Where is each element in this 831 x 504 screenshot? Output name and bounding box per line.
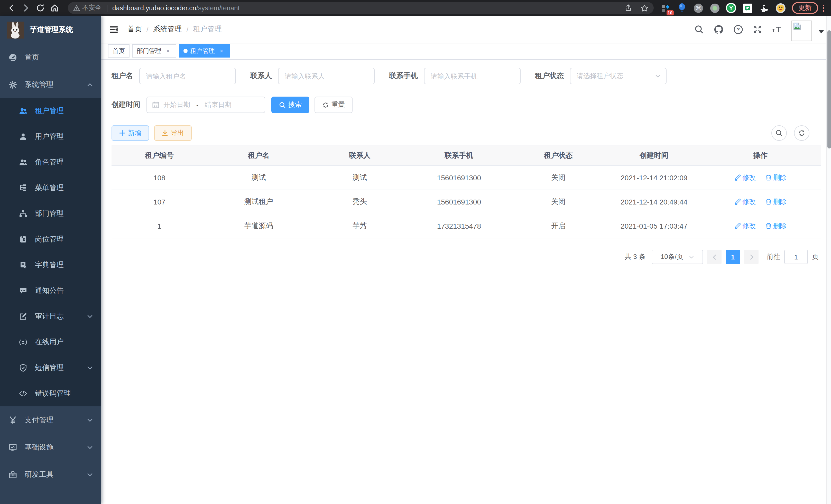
column-header: 创建时间 xyxy=(608,151,700,160)
create-time-range-picker[interactable]: 开始日期 - 结束日期 xyxy=(146,97,265,113)
phone-input[interactable] xyxy=(424,68,521,84)
edit-link[interactable]: 修改 xyxy=(734,197,756,207)
sidebar-item-menu[interactable]: 菜单管理 xyxy=(0,175,101,201)
extension-badge: 10 xyxy=(666,10,674,16)
contact-label: 联系人 xyxy=(250,71,272,81)
extension-command-icon[interactable]: ⌘ xyxy=(693,3,704,13)
pen-icon xyxy=(734,223,741,229)
toggle-search-button[interactable] xyxy=(771,125,787,141)
browser-forward-icon[interactable] xyxy=(19,1,33,14)
browser-back-icon[interactable] xyxy=(4,1,19,14)
sidebar-item-errcode[interactable]: 错误码管理 xyxy=(0,381,101,406)
prev-page-button[interactable] xyxy=(707,250,721,264)
share-icon[interactable] xyxy=(624,4,632,12)
security-warning-icon xyxy=(73,4,80,11)
broken-image-icon xyxy=(793,22,801,30)
tenant-name-input[interactable] xyxy=(139,68,236,84)
extension-yudao-icon[interactable]: Y xyxy=(726,3,737,13)
status-text: 关闭 xyxy=(509,173,608,182)
tab-dept[interactable]: 部门管理 × xyxy=(132,44,176,58)
sidebar-item-tenant[interactable]: 租户管理 xyxy=(0,98,101,124)
column-header: 联系人 xyxy=(310,151,409,160)
extension-emoji-icon[interactable] xyxy=(775,3,786,13)
github-icon[interactable] xyxy=(712,23,725,35)
export-button[interactable]: 导出 xyxy=(154,125,192,141)
chevron-down-icon xyxy=(87,417,93,423)
column-header: 操作 xyxy=(700,151,821,160)
edit-link[interactable]: 修改 xyxy=(734,173,756,182)
bookmark-star-icon[interactable] xyxy=(640,4,649,12)
table-row: 108 测试 测试 15601691300 关闭 2021-12-14 21:0… xyxy=(112,166,821,190)
next-page-button[interactable] xyxy=(744,250,758,264)
scrollbar-thumb[interactable] xyxy=(827,30,831,148)
breadcrumb-home[interactable]: 首页 xyxy=(127,25,142,34)
tags-view-bar: 首页 部门管理 × 租户管理 × xyxy=(101,42,831,60)
tab-home[interactable]: 首页 xyxy=(108,44,130,58)
browser-update-button[interactable]: 更新 xyxy=(792,2,818,14)
svg-text:Y: Y xyxy=(729,5,733,11)
search-button[interactable]: 搜索 xyxy=(271,97,309,113)
sidebar-item-post[interactable]: 岗位管理 xyxy=(0,227,101,252)
close-icon[interactable]: × xyxy=(165,47,172,55)
address-bar[interactable]: 不安全 dashboard.yudao.iocoder.cn/system/te… xyxy=(68,2,654,14)
page-url[interactable]: dashboard.yudao.iocoder.cn/system/tenant xyxy=(112,4,240,12)
breadcrumb-section[interactable]: 系统管理 xyxy=(153,25,182,34)
header-search-icon[interactable] xyxy=(693,23,705,35)
dashboard-icon xyxy=(9,53,17,61)
page-size-select[interactable]: 10条/页 xyxy=(652,250,703,264)
avatar-caret-icon[interactable] xyxy=(819,30,824,33)
sidebar-item-dict[interactable]: 字典管理 xyxy=(0,252,101,278)
extension-chat-icon[interactable] xyxy=(742,3,753,13)
reset-button[interactable]: 重置 xyxy=(315,97,352,113)
avatar[interactable] xyxy=(792,21,812,41)
sidebar-item-sms[interactable]: 短信管理 xyxy=(0,355,101,381)
sidebar-item-user[interactable]: 用户管理 xyxy=(0,124,101,149)
chevron-left-icon xyxy=(712,254,717,260)
goto-page-input[interactable] xyxy=(784,250,808,264)
close-icon[interactable]: × xyxy=(218,47,225,55)
help-icon[interactable]: ? xyxy=(732,23,744,35)
contact-input[interactable] xyxy=(278,68,375,84)
refresh-table-button[interactable] xyxy=(794,125,809,141)
browser-menu-icon[interactable] xyxy=(822,3,825,12)
sidebar-item-home[interactable]: 首页 xyxy=(0,44,101,71)
browser-home-icon[interactable] xyxy=(47,1,62,14)
sidebar-fold-icon[interactable] xyxy=(109,24,119,34)
extension-balloon-icon[interactable] xyxy=(676,3,687,13)
add-button[interactable]: 新增 xyxy=(112,125,149,141)
trash-icon xyxy=(765,174,772,181)
column-header: 租户状态 xyxy=(509,151,608,160)
delete-link[interactable]: 删除 xyxy=(765,221,786,231)
breadcrumb-current: 租户管理 xyxy=(193,25,222,34)
delete-link[interactable]: 删除 xyxy=(765,197,786,207)
sidebar-item-dept[interactable]: 部门管理 xyxy=(0,201,101,227)
browser-reload-icon[interactable] xyxy=(33,1,47,14)
extension-green-dot-icon[interactable] xyxy=(709,3,720,13)
extensions-puzzle-icon[interactable] xyxy=(758,3,769,13)
sidebar-menu: 首页 系统管理 租户管理 xyxy=(0,44,101,488)
chevron-down-icon xyxy=(655,73,661,79)
sidebar-item-infra[interactable]: 基础设施 xyxy=(0,434,101,461)
sidebar-item-system[interactable]: 系统管理 xyxy=(0,71,101,98)
date-separator: - xyxy=(196,101,199,109)
sidebar-item-notice[interactable]: 通知公告 xyxy=(0,278,101,304)
sidebar-item-payment[interactable]: 支付管理 xyxy=(0,406,101,434)
sidebar-item-role[interactable]: 角色管理 xyxy=(0,149,101,175)
status-select[interactable]: 请选择租户状态 xyxy=(570,68,666,84)
create-time-label: 创建时间 xyxy=(112,100,140,110)
sidebar-item-audit-log[interactable]: 审计日志 xyxy=(0,304,101,329)
extension-tiles-icon[interactable]: 10 xyxy=(660,3,671,13)
status-text: 关闭 xyxy=(509,197,608,207)
tab-tenant[interactable]: 租户管理 × xyxy=(179,44,230,58)
page-number-button[interactable]: 1 xyxy=(726,250,740,264)
page-scrollbar[interactable] xyxy=(826,16,831,504)
delete-link[interactable]: 删除 xyxy=(765,173,786,182)
security-label[interactable]: 不安全 xyxy=(82,4,102,12)
sidebar-item-devtools[interactable]: 研发工具 xyxy=(0,461,101,488)
chevron-up-icon xyxy=(87,82,93,88)
edit-link[interactable]: 修改 xyxy=(734,221,756,231)
sidebar-item-online-user[interactable]: 在线用户 xyxy=(0,329,101,355)
font-size-icon[interactable]: TT xyxy=(771,23,783,35)
fullscreen-icon[interactable] xyxy=(751,23,764,35)
tenant-table: 租户编号 租户名 联系人 联系手机 租户状态 创建时间 操作 108 测试 测试… xyxy=(112,145,821,238)
